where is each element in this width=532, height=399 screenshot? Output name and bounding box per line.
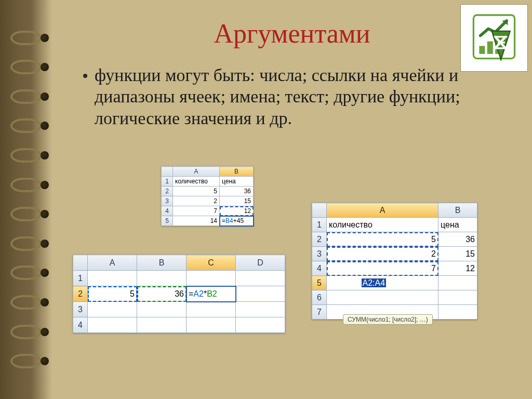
- cell: 12: [438, 261, 477, 276]
- row-header: 2: [312, 232, 327, 247]
- cell-referenced: 36: [137, 286, 187, 302]
- cell: [88, 302, 137, 317]
- row-header: 7: [312, 305, 327, 320]
- cell: 36: [438, 232, 477, 247]
- cell: цена: [438, 218, 477, 232]
- formula-cell-sum: =СУММ(A2:A4): [327, 276, 438, 290]
- cell: [438, 276, 477, 290]
- formula-cell: =B4+45: [220, 216, 254, 226]
- row-header: 1: [162, 177, 173, 187]
- row-header: 4: [312, 261, 327, 276]
- cell: [137, 302, 187, 317]
- column-header: A: [327, 203, 438, 218]
- cell: [187, 271, 236, 286]
- column-header: B: [438, 203, 477, 218]
- cell: [236, 286, 285, 302]
- row-header: 3: [312, 247, 327, 261]
- slide-title: Аргументами: [68, 18, 516, 49]
- row-header: 5: [162, 216, 173, 226]
- row-header: 2: [162, 187, 173, 196]
- row-header: 4: [162, 206, 173, 216]
- cell: количество: [173, 177, 220, 187]
- cell: 36: [220, 187, 254, 196]
- cell: [438, 305, 477, 320]
- cell: 15: [438, 247, 477, 261]
- row-header: 4: [73, 317, 88, 333]
- row-header: 3: [162, 196, 173, 206]
- column-header: D: [236, 255, 285, 271]
- cell: [88, 271, 137, 286]
- cell: [88, 317, 137, 333]
- cell: [236, 302, 285, 317]
- column-header: A: [173, 167, 220, 177]
- cell: 14: [173, 216, 220, 226]
- cell: 15: [220, 196, 254, 206]
- formula-cell: =A2*B2: [187, 286, 236, 302]
- row-header: 1: [73, 271, 88, 286]
- cell-referenced: 7: [327, 261, 438, 276]
- select-all-corner: [312, 203, 327, 218]
- column-header: B: [220, 167, 254, 177]
- spreadsheet-mid: A B C D 1 2 5 36 =A2*B2 3 4: [73, 255, 285, 333]
- spreadsheet-big: A B 1 количество цена 2 5 36 3 2 15 4 7 …: [312, 203, 477, 320]
- cell: 2: [173, 196, 220, 206]
- spreadsheet-small: A B 1 количество цена 2 5 36 3 2 15 4 7 …: [161, 166, 254, 226]
- cell: [187, 317, 236, 333]
- cell: [236, 271, 285, 286]
- cell-referenced: 2: [327, 247, 438, 261]
- column-header: A: [88, 255, 137, 271]
- cell-referenced: 5: [88, 286, 137, 302]
- spiral-binding: [0, 0, 52, 399]
- cell: цена: [220, 177, 254, 187]
- function-tooltip: СУММ(число1; [число2]; …): [343, 314, 433, 325]
- cell: [187, 302, 236, 317]
- bullet-dot-icon: [83, 74, 87, 78]
- row-header: 5: [312, 276, 327, 290]
- column-header: C: [187, 255, 236, 271]
- cell: [236, 317, 285, 333]
- bullet-text: функции могут быть: числа; ссылки на яче…: [95, 64, 506, 129]
- cell: [327, 290, 438, 305]
- row-header: 1: [312, 218, 327, 232]
- cell: количество: [327, 218, 438, 232]
- cell: 7: [173, 206, 220, 216]
- cell: 5: [173, 187, 220, 196]
- cell: [137, 271, 187, 286]
- select-all-corner: [162, 167, 173, 177]
- cell-referenced: 12: [220, 206, 254, 216]
- row-header: 3: [73, 302, 88, 317]
- cell-referenced: 5: [327, 232, 438, 247]
- select-all-corner: [73, 255, 88, 271]
- bullet-item: функции могут быть: числа; ссылки на яче…: [83, 64, 506, 129]
- column-header: B: [137, 255, 187, 271]
- row-header: 2: [73, 286, 88, 302]
- cell: [438, 290, 477, 305]
- cell: [137, 317, 187, 333]
- row-header: 6: [312, 290, 327, 305]
